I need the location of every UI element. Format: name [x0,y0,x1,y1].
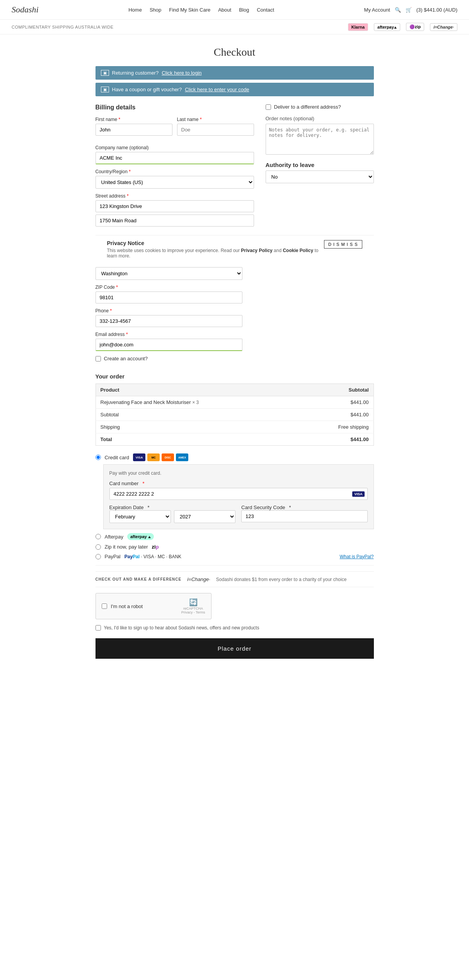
country-select[interactable]: United States (US) [96,176,254,189]
order-notes-group: Order notes (optional) [266,116,374,156]
place-order-button[interactable]: Place order [96,638,374,659]
afterpay-logo: afterpay ⟁ [127,533,154,540]
company-group: Company name (optional) [96,145,254,164]
total-value-cell: $441.00 [298,433,373,446]
street-line2-input[interactable] [96,215,254,227]
nav-home[interactable]: Home [128,7,142,13]
afterpay-label[interactable]: Afterpay afterpay ⟁ [96,533,374,540]
amex-icon: AMEX [176,453,188,461]
address-continued: Washington ZIP Code * Phone * Email addr… [96,267,242,361]
main-nav: Home Shop Find My Skin Care About Blog C… [128,7,274,13]
billing-section: Billing details First name * Last name * [96,104,254,231]
recaptcha-links: Privacy - Terms [181,610,205,614]
street-line1-input[interactable] [96,200,254,212]
newsletter-row: Yes, I'd like to sign up to hear about S… [96,625,374,631]
recaptcha-icon: 🔄 [181,598,205,607]
dismiss-button[interactable]: D I S M I S S [324,240,362,249]
main-content: ▣ Returning customer? Click here to logi… [88,66,382,674]
credit-card-radio[interactable] [96,455,101,460]
right-section: Deliver to a different address? Order no… [266,104,374,231]
authority-title: Authority to leave [266,162,374,168]
klarna-icon: Klarna [348,23,368,31]
order-product-row: Rejuvenating Face and Neck Moisturiser ×… [96,396,373,409]
captcha-label: I'm not a robot [111,603,143,609]
authority-select[interactable]: No Yes [266,170,374,183]
create-account-checkbox[interactable] [96,356,101,361]
zip-payment-label[interactable]: Zip it now, pay later zip [96,544,374,550]
nav-about[interactable]: About [218,7,231,13]
privacy-text: This website uses cookies to improve you… [107,248,324,259]
privacy-policy-link[interactable]: Privacy Policy [241,248,272,253]
credit-card-option: Credit card VISA MC DISC AMEX Pay with y… [96,453,374,529]
deliver-checkbox-group: Deliver to a different address? [266,104,374,110]
captcha-checkbox[interactable] [102,603,107,609]
login-link[interactable]: Click here to login [162,70,201,76]
email-input[interactable] [96,339,242,351]
cookie-policy-link[interactable]: Cookie Policy [283,248,313,253]
last-name-group: Last name * [177,117,254,136]
zip-radio[interactable] [96,544,101,550]
your-order-title: Your order [96,373,374,380]
afterpay-radio[interactable] [96,534,101,539]
coupon-text: Have a coupon or gift voucher? [112,87,182,92]
what-is-paypal-link[interactable]: What is PayPal? [339,554,373,559]
card-number-input[interactable] [109,488,368,500]
zip-icon: 🟣zip [406,23,424,31]
header: Sodashi Home Shop Find My Skin Care Abou… [0,0,469,20]
cc-expiry-cvv-row: Expiration Date * February 2027 [109,504,368,523]
nav-find-skin[interactable]: Find My Skin Care [169,7,210,13]
company-input[interactable] [96,152,254,164]
credit-card-label[interactable]: Credit card VISA MC DISC AMEX [96,453,374,461]
your-order-section: Your order Product Subtotal Rejuvenating… [96,373,374,446]
billing-title: Billing details [96,104,254,111]
ichange-checkout-text: CHECK OUT AND MAKE A DIFFERENCE [96,577,182,581]
total-label-cell: Total [96,433,298,446]
paypal-label[interactable]: PayPal PayPal · VISA · MC · BANK [96,554,182,559]
newsletter-checkbox[interactable] [96,625,101,631]
search-icon[interactable]: 🔍 [395,7,401,13]
captcha-left: I'm not a robot [102,603,143,609]
phone-input[interactable] [96,315,242,327]
expiry-month-select[interactable]: February [109,510,171,523]
nav-blog[interactable]: Blog [239,7,249,13]
zip-input[interactable] [96,291,242,303]
cart-icon[interactable]: 🛒 [406,7,412,13]
order-notes-input[interactable] [266,124,374,155]
paypal-option: PayPal PayPal · VISA · MC · BANK What is… [96,554,374,559]
deliver-checkbox[interactable] [266,104,271,110]
paypal-radio[interactable] [96,554,101,559]
subtotal-label-cell: Subtotal [96,409,298,421]
cart-total: (3) $441.00 (AUD) [416,7,457,13]
col-subtotal-header: Subtotal [298,384,373,396]
state-select[interactable]: Washington [96,267,242,280]
shipping-text: COMPLIMENTARY SHIPPING AUSTRALIA WIDE [12,25,114,29]
expiry-group: Expiration Date * February 2027 [109,504,236,523]
last-name-input[interactable] [177,124,254,136]
nav-shop[interactable]: Shop [150,7,161,13]
name-row: First name * Last name * [96,117,254,140]
shipping-value-cell: Free shipping [298,421,373,433]
cvv-label: Card Security Code * [241,504,368,510]
cc-form-title: Pay with your credit card. [109,470,368,476]
first-name-input[interactable] [96,124,172,136]
product-qty: × 3 [192,400,199,405]
cvv-input[interactable] [241,510,368,522]
cvv-group: Card Security Code * [241,504,368,523]
info-icon: ▣ [101,70,109,76]
coupon-icon: ▣ [101,87,109,92]
coupon-link[interactable]: Click here to enter your code [185,87,249,92]
nav-contact[interactable]: Contact [257,7,274,13]
my-account-link[interactable]: My Account [364,7,390,13]
captcha-logo: 🔄 reCAPTCHA Privacy - Terms [181,598,205,614]
create-account-group: Create an account? [96,356,242,361]
phone-label: Phone * [96,308,242,314]
deliver-label: Deliver to a different address? [274,104,341,110]
ichange-description: Sodashi donates $1 from every order to a… [216,577,347,582]
email-group: Email address * [96,332,242,351]
last-name-label: Last name * [177,117,254,122]
create-account-label: Create an account? [104,356,148,361]
zip-logo: zip [152,544,159,550]
expiry-year-select[interactable]: 2027 [174,510,235,523]
subtotal-value-cell: $441.00 [298,409,373,421]
order-table: Product Subtotal Rejuvenating Face and N… [96,383,374,446]
